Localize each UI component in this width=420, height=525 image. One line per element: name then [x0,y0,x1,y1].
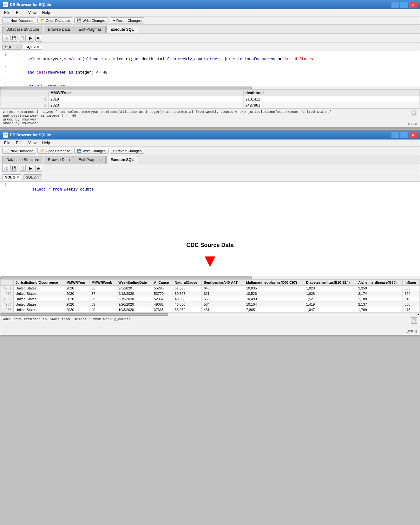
write-changes-btn-1[interactable]: 💾 Write Changes [74,17,108,23]
sql-tab-2-2[interactable]: SQL 2 ✕ [23,174,43,180]
cell-allcause: 52337 [152,296,173,302]
title-bar-left-1: db DB Browser for SQLite [3,2,51,7]
sql-icon-1[interactable]: ◁ [2,35,9,42]
status-line-3: group by mmwryear [3,118,417,121]
revert-changes-btn-1[interactable]: ↩ Revert Changes [110,17,145,23]
cell-malig: 10,104 [244,302,304,307]
sql-run-icon-2[interactable]: ▶ [27,165,34,172]
tab-execute-sql-2[interactable]: Execute SQL [106,156,138,164]
tab-execute-sql-1[interactable]: Execute SQL [106,26,138,33]
row-num: 4961 [1,286,14,291]
cell-date: 9/12/2020 [116,291,152,296]
col-mmwrweek: MMWRWeek [89,280,116,286]
table-row: 4963 United States 2020 38 9/19/2020 523… [1,296,420,302]
new-database-btn-2[interactable]: 📄 New Database [2,148,36,154]
cell-inf: 616 [403,296,420,302]
title-bar-1: db DB Browser for SQLite − □ ✕ [0,0,420,9]
col-naturalcause: NaturalCause [173,280,202,286]
sql-tab-1-2-close[interactable]: ✕ [16,176,19,179]
sql-icon-2-3[interactable]: 📋 [19,165,26,172]
tab-browse-data-1[interactable]: Browse Data [44,26,74,33]
close-button-2[interactable]: ✕ [409,132,417,138]
tab-browse-data-2[interactable]: Browse Data [44,156,74,164]
maximize-button-2[interactable]: □ [400,132,408,138]
minimize-button-1[interactable]: − [391,2,399,8]
menu-view-2[interactable]: View [26,140,39,146]
sql-run-all-icon-1[interactable]: ⏭ [35,35,42,42]
col-mmwryear-1: MMWRYear [48,90,243,96]
sql-icon-3[interactable]: 📋 [19,35,26,42]
table-row: 4962 United States 2020 37 9/12/2020 537… [1,291,420,296]
menu-edit-2[interactable]: Edit [13,140,25,146]
scrollbar-thumb-2[interactable] [0,276,252,279]
menu-help-1[interactable]: Help [40,10,53,16]
cell-malig: 10,526 [244,291,304,296]
sql-icon-2-2[interactable]: 💾 [10,165,17,172]
sql-tab-1-close[interactable]: ✕ [16,45,19,49]
editor-line-1: 1 select mmwryear,sum(cast(allcause as i… [2,53,418,66]
tab-database-structure-2[interactable]: Database Structure [2,156,43,164]
revert-changes-btn-2[interactable]: ↩ Revert Changes [110,148,145,154]
col-septicemia: Septicemia(A40-A41) [202,280,244,286]
menu-help-2[interactable]: Help [40,140,53,146]
copy-icon-2[interactable]: 📋 [411,317,417,324]
row-num-1: 1 [1,96,49,102]
cell-alz: 2,350 [356,286,403,291]
col-diabetes: Diabetesmellitus(E10-E14) [304,280,356,286]
menu-file-2[interactable]: File [2,140,13,146]
cell-year: 2020 [64,286,89,291]
scroll-up-arrow[interactable]: ▲ [417,313,420,316]
menu-edit-1[interactable]: Edit [13,10,25,16]
sql-run-all-icon-2[interactable]: ⏭ [35,165,42,172]
cell-year: 2020 [64,302,89,307]
menu-file-1[interactable]: File [2,10,13,16]
editor-scrollbar-2[interactable] [0,276,420,279]
editor-line-2: 2 and cast(mmwrweek as integer) <= 40 [2,66,418,79]
sql-toolbar-1: ◁ 💾 📋 ▶ ⏭ [0,34,420,43]
tab-edit-pragmas-1[interactable]: Edit Pragmas [75,26,106,33]
cell-date: 9/26/2020 [116,302,152,307]
sql-run-icon-1[interactable]: ▶ [27,35,34,42]
col-deathtotal-1: deathtotal [243,90,419,96]
scrollbar-thumb-1[interactable] [0,87,252,89]
cell-alz: 2,174 [356,291,403,296]
row-num: 4965 [1,307,14,313]
cell-natural: 50,527 [173,291,202,296]
menu-bar-1: File Edit View Help [0,9,420,16]
sql-editor-2[interactable]: 1 select * from weekly_counts [0,182,420,239]
cell-year: 2020 [64,291,89,296]
write-changes-btn-2[interactable]: 💾 Write Changes [74,148,108,154]
app-icon-1: db [3,2,8,7]
cell-alz: 1,709 [356,307,403,313]
new-database-btn-1[interactable]: 📄 New Database [2,17,36,23]
horiz-thumb-2[interactable] [0,313,168,316]
sql-tab-2-1[interactable]: SQL 2 ✕ [23,44,43,50]
editor-scrollbar-1[interactable] [0,86,420,89]
horiz-scrollbar-2[interactable]: ▲ ▼ [0,313,420,316]
tab-edit-pragmas-2[interactable]: Edit Pragmas [75,156,106,164]
open-database-btn-2[interactable]: 📂 Open Database [37,148,73,154]
table-row: 2 2020 2427881 [1,102,420,108]
results-header-row-1: MMWRYear deathtotal [1,90,420,96]
maximize-button-1[interactable]: □ [400,2,408,8]
sql-tab-1-2[interactable]: SQL 1 ✕ [2,174,22,180]
cell-diab: 1,419 [304,302,356,307]
sql-icon-2[interactable]: 💾 [10,35,17,42]
minimize-button-2[interactable]: − [391,132,399,138]
sql-icon-2-1[interactable]: ◁ [2,165,9,172]
table-row: 4964 United States 2020 39 9/26/2020 490… [1,302,420,307]
sql-tab-2-close[interactable]: ✕ [37,45,39,49]
menu-bar-2: File Edit View Help [0,139,420,147]
sql-tab-1-1[interactable]: SQL 1 ✕ [2,44,22,50]
menu-view-1[interactable]: View [26,10,39,16]
editor-container-2: 1 select * from weekly_counts CDC Source… [0,182,420,276]
tab-database-structure-1[interactable]: Database Structure [2,26,43,33]
sql-editor-1[interactable]: 1 select mmwryear,sum(cast(allcause as i… [0,51,420,86]
copy-icon-1[interactable]: 📋 [411,110,417,116]
open-database-btn-1[interactable]: 📂 Open Database [37,17,73,23]
close-button-1[interactable]: ✕ [409,2,417,8]
table-row: 4961 United States 2020 36 9/5/2020 5529… [1,286,420,291]
title-controls-2: − □ ✕ [391,132,417,138]
sql-tab-2-2-close[interactable]: ✕ [37,176,39,179]
cell-natural: 36,062 [173,307,202,313]
